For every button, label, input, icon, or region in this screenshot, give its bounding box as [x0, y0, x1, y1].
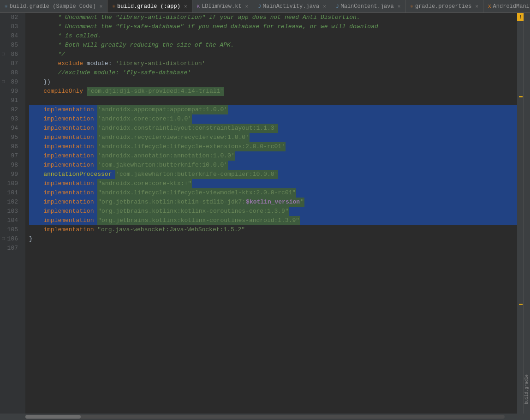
right-error-strip: ! [517, 13, 524, 414]
line-num-106: □106 [0, 234, 22, 244]
close-tab-mainactivity-java[interactable]: ✕ [323, 3, 326, 9]
line-numbers: 82 83 84 85 □86 87 88 □89 90 91 92 93 94… [0, 13, 25, 414]
line-num-82: 82 [0, 13, 22, 22]
line-num-101: 101 [0, 188, 22, 198]
line-num-85: 85 [0, 41, 22, 50]
fold-icon-89[interactable]: □ [2, 78, 5, 87]
close-tab-maincontent-java[interactable]: ✕ [398, 3, 401, 9]
close-tab-build-gradle-app[interactable]: ✕ [184, 3, 187, 9]
tab-label-androidmanifest-xml: AndroidManifest.xml [493, 3, 530, 10]
error-warning-badge[interactable]: ! [517, 13, 524, 21]
line-num-87: 87 [0, 59, 22, 68]
strip-mark-warning-2 [519, 304, 523, 305]
tab-androidmanifest-xml[interactable]: X AndroidManifest.xml ✕ [483, 0, 530, 13]
code-line-95: implementation 'androidx.recyclerview:re… [29, 133, 517, 142]
code-line-101: implementation "androidx.lifecycle:lifec… [29, 188, 517, 198]
editor-container: ⚛ build.gradle (Sample Code) ✕ ⚛ build.g… [0, 0, 530, 420]
code-line-87: exclude module: 'library-anti-distortion… [29, 59, 517, 68]
code-line-92: implementation 'androidx.appcompat:appco… [29, 105, 517, 114]
tab-icon-build-gradle-app: ⚛ [112, 3, 115, 9]
scroll-bar-track[interactable] [25, 415, 505, 419]
tab-build-gradle-app[interactable]: ⚛ build.gradle (:app) ✕ [107, 0, 192, 13]
line-num-96: 96 [0, 142, 22, 151]
code-line-99: annotationProcessor 'com.jakewharton:but… [29, 170, 517, 179]
tab-build-gradle-sample[interactable]: ⚛ build.gradle (Sample Code) ✕ [0, 0, 107, 13]
line-num-104: 104 [0, 216, 22, 225]
code-line-86: */ [29, 50, 517, 59]
line-num-86: □86 [0, 50, 22, 59]
code-line-97: implementation 'androidx.annotation:anno… [29, 151, 517, 161]
line-num-88: 88 [0, 68, 22, 78]
line-num-90: 90 [0, 87, 22, 96]
line-num-99: 99 [0, 170, 22, 179]
tab-gradle-properties[interactable]: ⚛ gradle.properties ✕ [405, 0, 483, 13]
code-line-91 [29, 96, 517, 105]
tab-maincontent-java[interactable]: J MainContent.java ✕ [331, 0, 405, 13]
tab-mainactivity-java[interactable]: J MainActivity.java ✕ [253, 0, 331, 13]
line-num-105: 105 [0, 225, 22, 234]
line-num-103: 103 [0, 207, 22, 216]
line-num-107: 107 [0, 244, 22, 253]
fold-icon-106[interactable]: □ [2, 234, 5, 244]
line-num-83: 83 [0, 22, 22, 31]
code-line-107 [29, 244, 517, 253]
code-area: 82 83 84 85 □86 87 88 □89 90 91 92 93 94… [0, 13, 530, 414]
code-line-96: implementation 'androidx.lifecycle:lifec… [29, 142, 517, 151]
tab-icon-build-gradle-sample: ⚛ [5, 3, 8, 9]
tab-label-ldimview-kt: LDIimView.kt [202, 3, 241, 10]
code-line-93: implementation 'androidx.core:core:1.0.0… [29, 114, 517, 124]
close-tab-gradle-properties[interactable]: ✕ [475, 3, 478, 9]
code-lines: * Uncomment the "library-anti-distortion… [29, 13, 517, 253]
scroll-bar-container [0, 414, 530, 420]
line-num-97: 97 [0, 151, 22, 161]
tab-label-mainactivity-java: MainActivity.java [263, 3, 319, 10]
code-line-83: * Uncomment the "fly-safe-database" if y… [29, 22, 517, 31]
code-line-106: } [29, 234, 517, 244]
close-tab-ldimview-kt[interactable]: ✕ [245, 3, 249, 9]
close-tab-build-gradle-sample[interactable]: ✕ [100, 3, 103, 9]
tab-bar: ⚛ build.gradle (Sample Code) ✕ ⚛ build.g… [0, 0, 530, 13]
tab-label-build-gradle-sample: build.gradle (Sample Code) [10, 3, 96, 10]
tab-icon-mainactivity-java: J [258, 4, 261, 9]
code-line-89: }) [29, 78, 517, 87]
code-line-98: implementation 'com.jakewharton:butterkn… [29, 161, 517, 170]
line-num-92: 92 [0, 105, 22, 114]
line-num-100: 100 [0, 179, 22, 188]
code-line-94: implementation 'androidx.constraintlayou… [29, 124, 517, 133]
line-num-84: 84 [0, 31, 22, 41]
code-content[interactable]: * Uncomment the "library-anti-distortion… [25, 13, 517, 414]
code-line-103: implementation "org.jetbrains.kotlinx:ko… [29, 207, 517, 216]
scroll-bar-thumb[interactable] [25, 415, 81, 419]
line-num-91: 91 [0, 96, 22, 105]
minimap: build.gradle [524, 13, 530, 414]
fold-icon-86[interactable]: □ [2, 50, 5, 59]
line-num-98: 98 [0, 161, 22, 170]
code-line-102: implementation "org.jetbrains.kotlin:kot… [29, 198, 517, 207]
tab-icon-gradle-properties: ⚛ [410, 3, 413, 9]
code-line-82: * Uncomment the "library-anti-distortion… [29, 13, 517, 22]
line-num-89: □89 [0, 78, 22, 87]
minimap-label: build.gradle [524, 374, 529, 404]
tab-icon-ldimview-kt: K [197, 4, 200, 9]
line-num-93: 93 [0, 114, 22, 124]
line-num-94: 94 [0, 124, 22, 133]
code-line-85: * Both will greatly reducing the size of… [29, 41, 517, 50]
line-num-95: 95 [0, 133, 22, 142]
tab-label-maincontent-java: MainContent.java [340, 3, 393, 10]
tab-icon-maincontent-java: J [336, 4, 339, 9]
code-line-84: * is called. [29, 31, 517, 41]
tab-icon-androidmanifest-xml: X [488, 4, 491, 9]
code-line-88: //exclude module: 'fly-safe-database' [29, 68, 517, 78]
code-line-100: implementation "androidx.core:core-ktx:+… [29, 179, 517, 188]
tab-label-build-gradle-app: build.gradle (:app) [117, 3, 180, 10]
line-num-102: 102 [0, 198, 22, 207]
code-line-104: implementation "org.jetbrains.kotlinx:ko… [29, 216, 517, 225]
tab-label-gradle-properties: gradle.properties [415, 3, 471, 10]
tab-ldimview-kt[interactable]: K LDIimView.kt ✕ [192, 0, 254, 13]
code-line-90: compileOnly 'com.dji:dji-sdk-provided:4.… [29, 87, 517, 96]
strip-mark-warning-1 [519, 96, 523, 97]
code-line-105: implementation "org.java-websocket:Java-… [29, 225, 517, 234]
